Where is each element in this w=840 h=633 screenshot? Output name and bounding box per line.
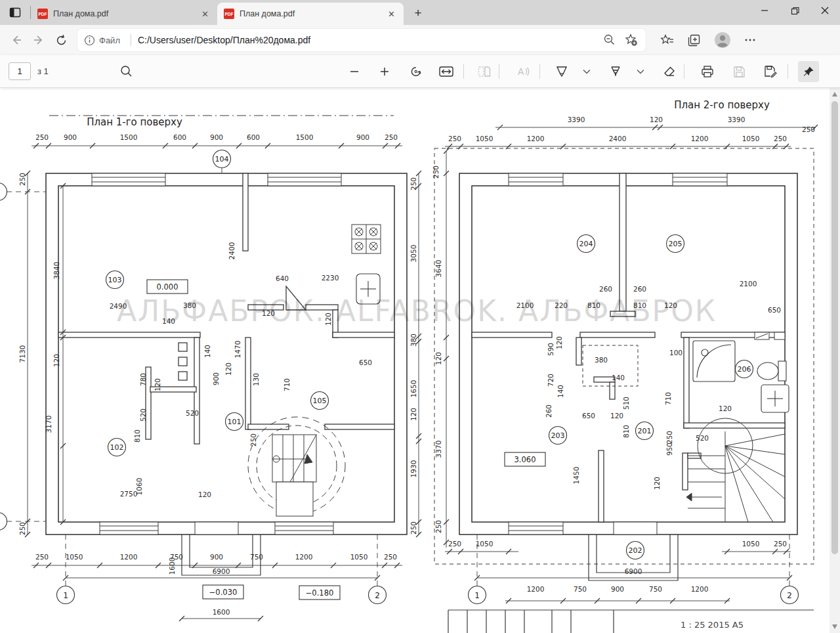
dimension-label: 3840 xyxy=(52,262,60,280)
profile-avatar[interactable] xyxy=(714,32,731,49)
save-button xyxy=(728,61,749,82)
dimension-label: 3390 xyxy=(568,116,585,123)
dimension-label: 1200 xyxy=(691,135,709,142)
erase-button[interactable] xyxy=(659,61,680,82)
dimension-label: 710 xyxy=(664,392,672,405)
tab-actions-button[interactable] xyxy=(0,0,30,25)
highlight-options-chevron[interactable] xyxy=(630,61,651,82)
dimension-label: 1050 xyxy=(350,553,368,561)
save-as-button[interactable] xyxy=(760,61,781,82)
scroll-down-arrow[interactable] xyxy=(832,624,837,629)
zoom-in-button[interactable] xyxy=(374,61,395,82)
restore-button[interactable] xyxy=(780,0,810,21)
svg-text:A: A xyxy=(518,66,524,77)
toolbar-separator xyxy=(539,64,540,79)
dimension-label: 650 xyxy=(359,359,372,366)
tab-1[interactable]: PDF План дома.pdf ✕ xyxy=(31,3,217,25)
dimension-label: 140 xyxy=(556,385,564,398)
forward-button[interactable] xyxy=(28,29,50,51)
dimension-label: 900 xyxy=(210,553,223,561)
collections-icon[interactable] xyxy=(687,33,701,47)
dimension-label: 1200 xyxy=(691,585,709,593)
plan-title: План 1-го поверху xyxy=(87,116,182,128)
dimension-label: 3050 xyxy=(410,245,417,263)
scroll-up-arrow[interactable] xyxy=(832,92,837,97)
add-favorite-icon[interactable] xyxy=(625,33,638,47)
toolbar-separator xyxy=(788,64,788,79)
dimension-label: 250 xyxy=(35,553,49,561)
tab-2-active[interactable]: PDF План дома.pdf ✕ xyxy=(217,3,404,25)
dimension-label: 1930 xyxy=(410,460,417,478)
tab-title: План дома.pdf xyxy=(53,9,194,18)
dimension-label: 600 xyxy=(173,133,186,141)
dimension-label: 2400 xyxy=(609,135,627,142)
dimension-label: 250 xyxy=(385,133,398,141)
dimension-label: 1650 xyxy=(410,380,417,398)
minimize-button[interactable] xyxy=(749,0,780,21)
dimension-label: 250 xyxy=(802,125,815,133)
elevation-mark: 0.000 xyxy=(157,282,178,292)
draw-options-chevron[interactable] xyxy=(576,61,597,82)
dimension-label: 380 xyxy=(410,334,417,347)
dimension-label: 3640 xyxy=(434,260,442,278)
dimension-label: 1200 xyxy=(120,553,138,561)
dimension-label: 3390 xyxy=(728,116,746,123)
dimension-label: 1200 xyxy=(295,553,313,561)
dimension-label: 250 xyxy=(448,540,461,548)
reload-button[interactable] xyxy=(50,29,72,51)
dimension-label: 260 xyxy=(599,285,612,293)
settings-menu-icon[interactable] xyxy=(744,34,756,46)
url-text[interactable]: C:/Users/user/Desktop/План%20дома.pdf xyxy=(138,35,603,45)
dimension-label: 260 xyxy=(633,285,646,293)
url-scheme-label: Файл xyxy=(99,35,120,45)
dimension-label: 650 xyxy=(582,412,595,420)
info-icon[interactable] xyxy=(84,35,95,46)
dimension-label: 100 xyxy=(669,349,682,357)
plan1-stairs xyxy=(248,417,345,516)
page-number-input[interactable] xyxy=(9,62,31,80)
zoom-page-icon[interactable] xyxy=(603,33,616,46)
new-tab-button[interactable]: + xyxy=(409,4,427,22)
dimension-label: 250 xyxy=(384,553,397,561)
tab-close-icon[interactable]: ✕ xyxy=(386,9,397,19)
room-number: 104 xyxy=(215,155,229,164)
window-controls xyxy=(749,0,840,21)
dimension-label: 1200 xyxy=(527,585,545,593)
close-window-button[interactable] xyxy=(810,0,840,21)
dimension-label: 120 xyxy=(650,116,663,123)
dimension-label: 520 xyxy=(139,408,147,422)
dimension-label: 380 xyxy=(595,356,608,364)
dimension-label: 520 xyxy=(696,434,709,442)
dimension-label: 250 xyxy=(18,522,26,535)
search-document-button[interactable] xyxy=(116,61,137,82)
pin-toolbar-button[interactable] xyxy=(798,61,819,82)
elevation-mark: 3.060 xyxy=(514,455,536,464)
toolbar-separator xyxy=(684,64,684,79)
address-bar[interactable]: Файл C:/Users/user/Desktop/План%20дома.p… xyxy=(77,29,646,51)
print-button[interactable] xyxy=(697,61,718,82)
scrollbar-thumb[interactable] xyxy=(831,101,838,554)
dimension-label: 650 xyxy=(768,306,781,314)
dimension-label: 260 xyxy=(545,404,553,418)
grid-axis-number: 1 xyxy=(63,591,68,600)
page-view-button xyxy=(474,61,495,82)
grid-axis-number: 1 xyxy=(474,591,480,600)
dimension-label: 900 xyxy=(356,133,369,141)
pdf-file-icon: PDF xyxy=(37,9,48,19)
draw-button[interactable] xyxy=(551,61,572,82)
dimension-label: 1050 xyxy=(476,135,494,142)
favorites-icon[interactable] xyxy=(660,33,674,47)
dimension-label: 250 xyxy=(774,135,787,142)
rotate-button[interactable] xyxy=(406,61,427,82)
back-button[interactable] xyxy=(5,29,28,51)
room-number: 205 xyxy=(669,240,682,248)
page-count-label: з 1 xyxy=(37,66,49,76)
dimension-label: 250 xyxy=(410,177,417,190)
fit-to-width-button[interactable] xyxy=(436,61,457,82)
title-block xyxy=(448,610,814,633)
highlight-button[interactable] xyxy=(605,61,626,82)
vertical-scrollbar[interactable] xyxy=(830,88,840,633)
tab-close-icon[interactable]: ✕ xyxy=(200,9,211,19)
zoom-out-button[interactable] xyxy=(344,61,365,82)
dimension-label: 250 xyxy=(35,133,49,141)
